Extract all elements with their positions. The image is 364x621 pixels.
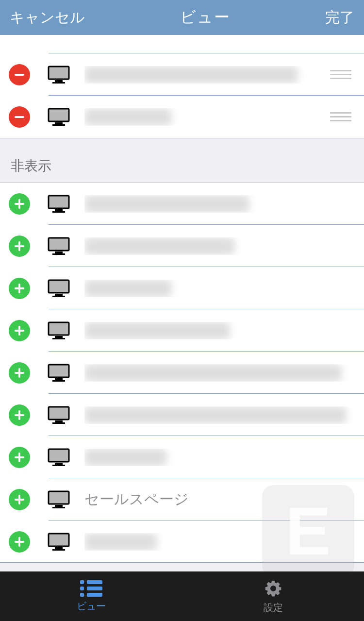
svg-rect-1: [55, 80, 63, 82]
svg-rect-29: [52, 507, 65, 508]
svg-rect-16: [55, 336, 63, 338]
row-label: [84, 195, 364, 213]
row-label: [84, 66, 330, 84]
drag-handle-icon[interactable]: [330, 112, 351, 121]
monitor-icon: [48, 490, 70, 509]
monitor-icon: [48, 321, 70, 340]
svg-rect-11: [52, 253, 65, 255]
svg-rect-19: [55, 378, 63, 380]
svg-rect-5: [52, 124, 65, 126]
hidden-row[interactable]: [0, 520, 364, 563]
add-icon[interactable]: [9, 489, 30, 510]
add-icon[interactable]: [9, 404, 30, 426]
add-icon[interactable]: [9, 193, 30, 215]
svg-rect-0: [49, 67, 69, 79]
monitor-icon: [48, 279, 70, 298]
svg-rect-24: [49, 449, 69, 462]
svg-rect-23: [52, 422, 65, 424]
tab-settings[interactable]: 設定: [182, 571, 364, 621]
header-title: ビュー: [180, 7, 231, 28]
svg-rect-32: [52, 549, 65, 551]
cancel-button[interactable]: キャンセル: [10, 8, 85, 28]
hidden-row[interactable]: [0, 394, 364, 436]
svg-rect-26: [52, 465, 65, 466]
svg-rect-27: [49, 491, 69, 504]
add-icon[interactable]: [9, 531, 30, 553]
hidden-row[interactable]: [0, 352, 364, 394]
add-icon[interactable]: [9, 235, 30, 257]
add-icon[interactable]: [9, 362, 30, 384]
tab-label: 設定: [264, 601, 283, 614]
visible-row[interactable]: [0, 96, 364, 138]
svg-rect-25: [55, 463, 63, 465]
svg-rect-7: [55, 209, 63, 211]
visible-section: [0, 53, 364, 138]
svg-rect-13: [55, 294, 63, 296]
hidden-row[interactable]: [0, 267, 364, 309]
row-label: [84, 108, 330, 126]
monitor-icon: [48, 364, 70, 382]
svg-rect-22: [55, 420, 63, 422]
row-label: [84, 533, 364, 551]
svg-rect-20: [52, 380, 65, 382]
row-label: [84, 449, 364, 466]
add-icon[interactable]: [9, 278, 30, 299]
monitor-icon: [48, 448, 70, 467]
tab-label: ビュー: [77, 600, 106, 613]
svg-rect-4: [55, 122, 63, 124]
svg-rect-3: [49, 109, 69, 121]
row-label: セールスページ: [84, 489, 364, 509]
svg-rect-17: [52, 338, 65, 339]
monitor-icon: [48, 195, 70, 213]
hidden-row[interactable]: [0, 183, 364, 225]
svg-rect-9: [49, 238, 69, 251]
monitor-icon: [48, 108, 70, 126]
svg-rect-15: [49, 322, 69, 335]
svg-rect-14: [52, 296, 65, 297]
header-bar: キャンセル ビュー 完了: [0, 0, 364, 35]
row-label: [84, 322, 364, 339]
monitor-icon: [48, 406, 70, 424]
svg-rect-8: [52, 211, 65, 213]
visible-row-partial[interactable]: [0, 35, 364, 53]
row-label: [84, 406, 364, 424]
svg-rect-21: [49, 407, 69, 420]
gear-icon: [264, 579, 283, 598]
done-button[interactable]: 完了: [325, 8, 354, 28]
hidden-row[interactable]: [0, 225, 364, 267]
add-icon[interactable]: [9, 320, 30, 341]
monitor-icon: [48, 533, 70, 551]
hidden-row[interactable]: [0, 436, 364, 478]
svg-rect-30: [49, 534, 69, 546]
row-label: [84, 237, 364, 255]
remove-icon[interactable]: [9, 106, 30, 128]
drag-handle-icon[interactable]: [330, 70, 351, 79]
row-label: [84, 364, 364, 382]
monitor-icon: [48, 237, 70, 255]
svg-rect-18: [49, 365, 69, 377]
svg-rect-12: [49, 280, 69, 293]
add-icon[interactable]: [9, 447, 30, 468]
hidden-row[interactable]: セールスページ: [0, 478, 364, 520]
svg-rect-28: [55, 505, 63, 507]
list-icon: [80, 580, 102, 597]
remove-icon[interactable]: [9, 64, 30, 85]
tab-view[interactable]: ビュー: [0, 571, 182, 621]
visible-row[interactable]: [0, 53, 364, 96]
hidden-section: セールスページ: [0, 183, 364, 563]
hidden-section-header: 非表示: [0, 143, 364, 183]
svg-rect-10: [55, 252, 63, 253]
svg-rect-2: [52, 82, 65, 84]
hidden-row[interactable]: [0, 309, 364, 352]
svg-rect-31: [55, 547, 63, 549]
row-label: [84, 280, 364, 297]
monitor-icon: [48, 66, 70, 84]
tab-bar: ビュー 設定: [0, 571, 364, 621]
svg-rect-6: [49, 196, 69, 208]
